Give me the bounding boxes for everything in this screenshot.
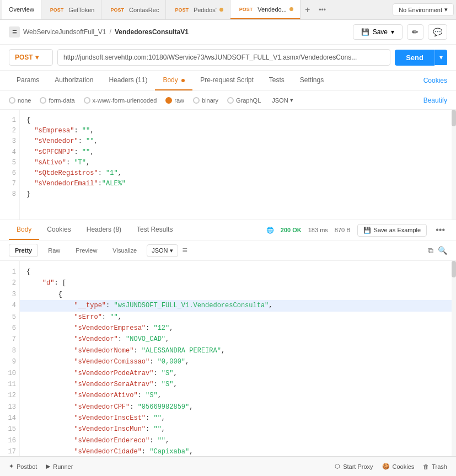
send-dropdown-button[interactable]: ▾ — [434, 50, 447, 65]
body-type-urlencoded[interactable]: x-www-form-urlencoded — [84, 97, 157, 104]
copy-button[interactable]: ⧉ — [428, 246, 433, 255]
tab-pedidos-label: Pedidos' — [194, 7, 217, 13]
tab-headers[interactable]: Headers (11) — [101, 71, 155, 90]
filter-icon[interactable]: ≡ — [183, 245, 187, 255]
tab-contasrec-method: POST — [108, 7, 126, 13]
tab-overview-label: Overview — [9, 6, 34, 13]
res-format-pretty[interactable]: Pretty — [9, 244, 38, 257]
response-body-editor: 1 2 3 4 5 6 7 8 9 10 11 12 13 14 15 16 1… — [0, 261, 456, 456]
tab-prerequest[interactable]: Pre-request Script — [192, 71, 261, 90]
env-label: No Environment — [399, 7, 442, 13]
request-body-editor[interactable]: 1 2 3 4 5 6 7 8 { "sEmpresa": "", "sVend… — [0, 110, 456, 220]
tab-params[interactable]: Params — [9, 71, 47, 90]
save-button[interactable]: 💾 Save ▾ — [353, 24, 403, 40]
code-line-8: } — [26, 189, 449, 200]
tab-vendedores[interactable]: POST Vendedo... — [230, 0, 301, 19]
response-line-numbers: 1 2 3 4 5 6 7 8 9 10 11 12 13 14 15 16 1… — [0, 261, 20, 456]
response-tab-bar: Body Cookies Headers (8) Test Results 🌐 … — [0, 220, 456, 240]
response-more-button[interactable]: ••• — [433, 225, 447, 235]
code-line-4: "sCPFCNPJ": "", — [26, 147, 449, 158]
globe-icon: 🌐 — [266, 227, 274, 234]
body-type-binary[interactable]: binary — [193, 97, 218, 104]
res-line-1: { — [26, 266, 449, 277]
response-format-actions: ⧉ 🔍 — [428, 246, 447, 255]
response-scrollbar[interactable] — [452, 261, 456, 456]
res-tab-test-results[interactable]: Test Results — [129, 220, 180, 240]
res-line-8: "sVendedorNome": "ALESSANDRA PEREIRA", — [26, 345, 449, 356]
tab-settings[interactable]: Settings — [292, 71, 331, 90]
res-line-6: "sVendedorEmpresa": "12", — [26, 323, 449, 334]
body-type-graphql[interactable]: GraphQL — [227, 97, 261, 104]
edit-icon: ✏ — [412, 28, 419, 36]
env-selector[interactable]: No Environment ▾ — [393, 3, 454, 16]
response-format-bar: Pretty Raw Preview Visualize JSON ▾ ≡ ⧉ … — [0, 240, 456, 261]
res-line-3: { — [26, 289, 449, 300]
response-json-dropdown-icon: ▾ — [170, 247, 173, 254]
request-body-content[interactable]: { "sEmpresa": "", "sVendedor": "", "sCPF… — [20, 110, 456, 220]
body-type-formdata[interactable]: form-data — [40, 97, 74, 104]
tab-vendedores-method: POST — [237, 6, 255, 13]
res-format-preview[interactable]: Preview — [70, 244, 103, 256]
cookies-button[interactable]: 🍪 Cookies — [382, 463, 415, 470]
status-size: 870 B — [335, 227, 351, 233]
res-tab-body[interactable]: Body — [9, 220, 39, 240]
tab-tests[interactable]: Tests — [261, 71, 292, 90]
res-line-5: "sErro": "", — [26, 312, 449, 323]
tab-vendedores-dot — [289, 7, 293, 11]
tab-contasrec-label: ContasRec — [129, 7, 159, 13]
proxy-icon: ⬡ — [335, 463, 340, 470]
json-format-select[interactable]: JSON ▾ — [270, 95, 295, 105]
start-proxy-button[interactable]: ⬡ Start Proxy — [335, 463, 373, 470]
url-input[interactable] — [57, 49, 390, 66]
radio-none-label: none — [18, 97, 31, 104]
body-type-raw[interactable]: raw — [165, 97, 184, 104]
comment-button[interactable]: 💬 — [428, 24, 447, 40]
tab-overview[interactable]: Overview — [2, 0, 41, 19]
more-tabs-button[interactable]: ••• — [314, 6, 330, 14]
tab-vendedores-label: Vendedo... — [257, 6, 287, 13]
res-format-visualize[interactable]: Visualize — [107, 244, 142, 256]
res-tab-cookies[interactable]: Cookies — [39, 220, 78, 240]
edit-button[interactable]: ✏ — [407, 24, 423, 40]
breadcrumb-parent[interactable]: WebServiceJundsoftFull_V1 — [23, 28, 106, 36]
environment-select[interactable]: No Environment ▾ — [393, 3, 454, 16]
res-line-2: "d": [ — [26, 277, 449, 288]
search-button[interactable]: 🔍 — [438, 246, 447, 255]
breadcrumb: ☰ WebServiceJundsoftFull_V1 / Vendedores… — [0, 20, 456, 45]
tab-authorization[interactable]: Authorization — [47, 71, 101, 90]
bottom-bar: ✦ Postbot ▶ Runner ⬡ Start Proxy 🍪 Cooki… — [0, 456, 456, 476]
body-type-none[interactable]: none — [9, 97, 31, 104]
tab-gettoken-method: POST — [48, 7, 66, 13]
body-type-bar: none form-data x-www-form-urlencoded raw… — [0, 91, 456, 110]
add-tab-button[interactable]: + — [301, 5, 314, 15]
response-scrollbar-thumb[interactable] — [452, 261, 456, 277]
json-format-label: JSON — [272, 97, 288, 104]
request-scrollbar[interactable] — [452, 110, 456, 220]
comment-icon: 💬 — [433, 28, 442, 36]
radio-graphql-dot — [227, 97, 234, 104]
trash-label: Trash — [432, 463, 447, 470]
tab-pedidos[interactable]: POST Pedidos' — [166, 0, 230, 19]
workspace-icon-symbol: ☰ — [12, 29, 17, 35]
breadcrumb-current: VendedoresConsultaV1 — [115, 28, 189, 36]
response-json-select[interactable]: JSON ▾ — [147, 244, 178, 257]
send-button[interactable]: Send — [395, 50, 434, 66]
postbot-icon: ✦ — [9, 463, 14, 470]
res-format-raw[interactable]: Raw — [42, 244, 66, 256]
trash-button[interactable]: 🗑 Trash — [423, 463, 447, 470]
runner-button[interactable]: ▶ Runner — [46, 463, 73, 470]
tab-contasrec[interactable]: POST ContasRec — [101, 0, 166, 19]
method-select[interactable]: POST ▾ — [9, 49, 53, 66]
postbot-button[interactable]: ✦ Postbot — [9, 463, 37, 470]
save-as-example-button[interactable]: 💾 Save as Example — [357, 224, 427, 237]
cookies-link[interactable]: Cookies — [423, 77, 447, 84]
tab-body[interactable]: Body — [155, 71, 192, 90]
beautify-button[interactable]: Beautify — [423, 97, 447, 104]
save-dropdown-icon: ▾ — [391, 28, 394, 36]
request-scrollbar-thumb[interactable] — [452, 110, 456, 126]
radio-graphql-label: GraphQL — [236, 97, 261, 104]
tab-gettoken[interactable]: POST GetToken — [41, 0, 102, 19]
code-line-5: "sAtivo": "T", — [26, 158, 449, 168]
res-tab-headers[interactable]: Headers (8) — [79, 220, 129, 240]
code-line-1: { — [26, 115, 449, 126]
